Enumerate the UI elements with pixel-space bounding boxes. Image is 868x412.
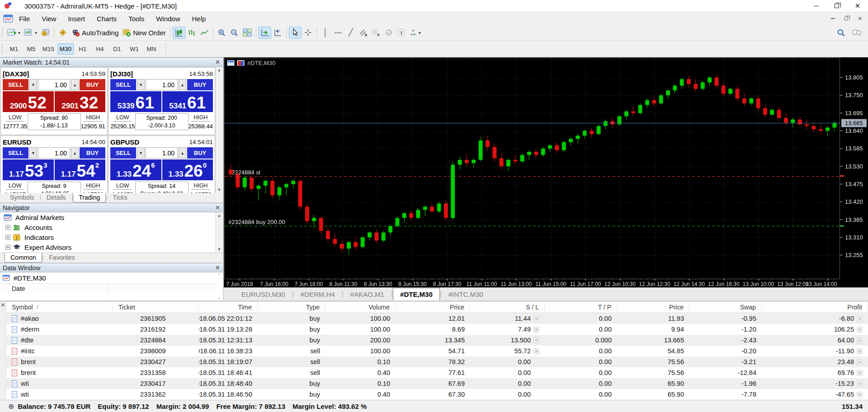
remove-sl-button[interactable]: ×: [533, 316, 539, 322]
search-icon[interactable]: [837, 28, 845, 37]
sell-button[interactable]: SELL: [110, 79, 136, 90]
new-order-button[interactable]: New Order: [120, 27, 168, 39]
volume-input[interactable]: 1.00: [38, 147, 70, 159]
chart-tab[interactable]: EURUSD,M30: [235, 289, 292, 300]
arrows-button[interactable]: ▾: [408, 27, 423, 39]
line-chart-button[interactable]: [198, 27, 211, 39]
close-position-button[interactable]: ×: [857, 392, 863, 398]
market-watch-close-icon[interactable]: ✕: [215, 59, 220, 66]
close-position-button[interactable]: ×: [857, 337, 863, 343]
tile-windows-button[interactable]: [241, 27, 254, 39]
menu-window[interactable]: Window: [150, 13, 186, 24]
column-price[interactable]: Price: [396, 302, 470, 313]
market-watch-button[interactable]: $: [39, 27, 52, 39]
menu-help[interactable]: Help: [186, 13, 212, 24]
position-row[interactable]: brent 2330427 2018.05.31 18:19:07 sell 0…: [6, 356, 868, 367]
column-swap[interactable]: Swap: [689, 302, 762, 313]
volume-dropdown-button[interactable]: ▼: [137, 147, 145, 159]
column-type[interactable]: Type: [258, 302, 326, 313]
timeframe-button[interactable]: M15: [40, 43, 57, 55]
chart-tab[interactable]: #INTC,M30: [442, 289, 490, 300]
text-button[interactable]: T: [395, 27, 408, 39]
volume-dropdown-button[interactable]: ▼: [29, 147, 37, 159]
new-chart-button[interactable]: ▾: [5, 27, 22, 39]
profiles-button[interactable]: ▾: [22, 27, 39, 39]
fibonacci-button[interactable]: F: [370, 27, 382, 39]
chart-restore-button[interactable]: [841, 14, 852, 23]
market-watch-tab[interactable]: Trading: [73, 193, 106, 202]
chart-close-button[interactable]: ✕: [854, 14, 865, 23]
sell-button[interactable]: SELL: [3, 79, 28, 90]
close-position-button[interactable]: ×: [857, 327, 863, 332]
navigator-close-icon[interactable]: ✕: [215, 204, 220, 211]
volume-input[interactable]: 1.00: [146, 79, 178, 90]
close-position-button[interactable]: ×: [857, 381, 863, 387]
volume-up-button[interactable]: ▲: [179, 79, 186, 90]
close-position-button[interactable]: ×: [857, 370, 863, 376]
candlestick-chart[interactable]: [224, 57, 868, 287]
timeframe-button[interactable]: H1: [75, 43, 91, 55]
market-watch-tab[interactable]: Ticks: [108, 193, 133, 202]
navigator-header[interactable]: Navigator ✕: [0, 203, 223, 212]
position-row[interactable]: wti 2331362 2018.05.31 18:46:50 buy 0.40…: [6, 389, 868, 400]
menu-insert[interactable]: Insert: [62, 13, 91, 24]
timeframe-button[interactable]: M30: [57, 43, 74, 55]
remove-sl-button[interactable]: ×: [533, 327, 539, 332]
depth-of-market-icon[interactable]: [237, 60, 245, 66]
buy-button[interactable]: BUY: [80, 147, 105, 159]
chart-tab[interactable]: #AKAO,M1: [344, 289, 391, 300]
ask-price-panel[interactable]: 534161: [162, 91, 213, 112]
menu-tools[interactable]: Tools: [123, 13, 150, 24]
tree-item-indicators[interactable]: + f Indicators: [0, 232, 223, 242]
window-minimize-button[interactable]: [806, 0, 826, 12]
position-row[interactable]: #intc 2398009 2018.06.11 16:38:23 sell 1…: [6, 346, 868, 356]
cursor-button[interactable]: [289, 27, 302, 39]
buy-button[interactable]: BUY: [80, 79, 105, 90]
toolbox-button[interactable]: [57, 27, 69, 39]
bar-chart-button[interactable]: [185, 27, 198, 39]
bid-price-panel[interactable]: 1.33246: [110, 159, 161, 180]
volume-dropdown-button[interactable]: ▼: [137, 79, 145, 90]
sell-button[interactable]: SELL: [110, 147, 136, 159]
timeframe-button[interactable]: MN: [143, 43, 160, 55]
timeframe-button[interactable]: M5: [23, 43, 39, 55]
position-row[interactable]: #derm 2316192 2018.05.31 19:13:28 buy 10…: [6, 324, 868, 335]
market-watch-header[interactable]: Market Watch: 14:54:01 ✕: [0, 57, 223, 67]
column-symbol[interactable]: Symbol/: [6, 302, 113, 313]
navigator-scrollbar[interactable]: ▲▼: [215, 212, 223, 253]
bid-price-panel[interactable]: 1.17533: [3, 159, 54, 180]
remove-sl-button[interactable]: ×: [533, 337, 539, 343]
trendline-button[interactable]: ╱: [344, 27, 357, 39]
timeframe-button[interactable]: H4: [92, 43, 108, 55]
ellipse-button[interactable]: [382, 27, 395, 39]
column-sl[interactable]: S / L: [470, 302, 545, 313]
toolbox-close-button[interactable]: ✕: [0, 302, 5, 308]
volume-up-button[interactable]: ▲: [71, 79, 79, 90]
column-volume[interactable]: Volume: [326, 302, 396, 313]
data-window-header[interactable]: Data Window ✕: [0, 263, 223, 272]
position-row[interactable]: #dte 2324884 2018.05.31 12:31:13 buy 200…: [6, 335, 868, 346]
chart-tab[interactable]: #DTE,M30: [393, 288, 440, 300]
chart-minimize-button[interactable]: [827, 14, 838, 23]
timeframe-button[interactable]: W1: [126, 43, 142, 55]
column-time[interactable]: Time: [199, 302, 258, 313]
zoom-in-button[interactable]: [216, 27, 228, 39]
market-watch-scrollbar[interactable]: ▲▼: [215, 67, 223, 193]
equidistant-channel-button[interactable]: E: [357, 27, 370, 39]
data-window-scrollbar[interactable]: ⌃⌄: [215, 272, 223, 300]
menu-charts[interactable]: Charts: [91, 13, 123, 24]
market-watch-tab[interactable]: Details: [41, 193, 71, 202]
expand-icon[interactable]: +: [5, 245, 10, 250]
expand-icon[interactable]: +: [5, 235, 10, 240]
column-current-price[interactable]: Price: [617, 302, 689, 313]
tree-item-accounts[interactable]: + Accounts: [0, 222, 223, 232]
volume-dropdown-button[interactable]: ▼: [29, 79, 37, 90]
position-row[interactable]: brent 2331358 2018.05.31 18:46:41 sell 0…: [6, 367, 868, 378]
data-window-close-icon[interactable]: ✕: [215, 264, 220, 271]
chart-tab[interactable]: #DERM,H4: [294, 289, 342, 300]
toolbar-grip[interactable]: [2, 28, 4, 37]
chat-icon[interactable]: [852, 28, 862, 37]
crosshair-button[interactable]: [302, 27, 314, 39]
position-row[interactable]: #akao 2361905 2018.06.05 22:01:12 buy 10…: [6, 313, 868, 324]
volume-up-button[interactable]: ▲: [179, 147, 186, 159]
